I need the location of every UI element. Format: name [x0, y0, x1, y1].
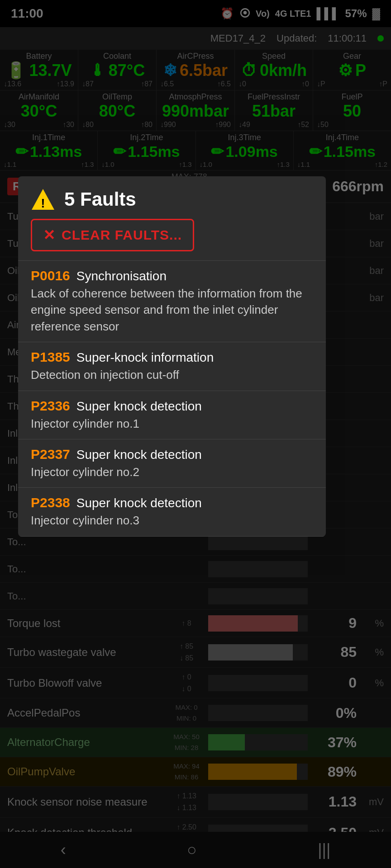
modal-title: 5 Faults [64, 189, 136, 210]
fault-name-1: Super-knock information [76, 350, 214, 365]
fault-code-0: P0016 [31, 268, 70, 283]
fault-name-2: Super knock detection [76, 399, 202, 414]
faults-modal: ! 5 Faults ✕ CLEAR FAULTS... P0016 Synch… [18, 176, 326, 537]
fault-name-4: Super knock detection [76, 496, 202, 510]
fault-code-1: P1385 [31, 349, 70, 365]
clear-faults-button[interactable]: ✕ CLEAR FAULTS... [31, 219, 194, 251]
fault-name-3: Super knock detection [76, 448, 202, 462]
fault-item-3: P2337 Super knock detection Injector cyl… [18, 439, 326, 488]
fault-item-0: P0016 Synchronisation Lack of coherence … [18, 261, 326, 342]
fault-desc-4: Injector cylinder no.3 [31, 512, 313, 528]
fault-name-0: Synchronisation [76, 269, 167, 283]
svg-text:!: ! [41, 196, 45, 210]
clear-faults-label: CLEAR FAULTS... [62, 227, 182, 243]
fault-code-4: P2338 [31, 495, 70, 510]
fault-desc-1: Detection on injection cut-off [31, 367, 313, 383]
fault-code-2: P2336 [31, 398, 70, 414]
clear-x-icon: ✕ [43, 226, 55, 244]
fault-item-4: P2338 Super knock detection Injector cyl… [18, 488, 326, 536]
warning-icon: ! [31, 187, 55, 212]
fault-desc-2: Injector cylinder no.1 [31, 415, 313, 432]
modal-header: ! 5 Faults [18, 176, 326, 219]
fault-list: P0016 Synchronisation Lack of coherence … [18, 260, 326, 537]
fault-desc-3: Injector cylinder no.2 [31, 464, 313, 480]
fault-code-3: P2337 [31, 447, 70, 462]
fault-item-1: P1385 Super-knock information Detection … [18, 342, 326, 391]
fault-item-2: P2336 Super knock detection Injector cyl… [18, 391, 326, 439]
fault-desc-0: Lack of coherence between the informatio… [31, 285, 313, 335]
